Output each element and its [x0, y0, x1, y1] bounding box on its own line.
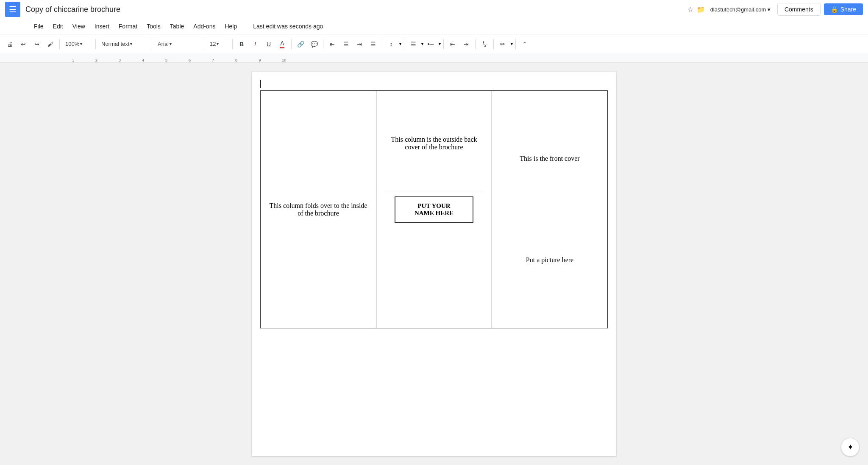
link-icon: 🔗 — [297, 41, 304, 48]
underline-button[interactable]: U — [262, 38, 275, 50]
menu-table[interactable]: Table — [166, 21, 188, 31]
paint-format-icon: 🖌 — [47, 41, 53, 48]
menu-tools[interactable]: Tools — [142, 21, 165, 31]
toolbar-divider-4 — [204, 39, 204, 49]
app-menu-button[interactable]: ☰ — [5, 2, 20, 17]
col3-bottom-text: Put a picture here — [526, 256, 573, 264]
user-account[interactable]: dlastutech@gmail.com ▾ — [710, 6, 771, 13]
print-icon: 🖨 — [7, 41, 13, 48]
name-box[interactable]: PUT YOUR NAME HERE — [395, 196, 473, 223]
menu-file[interactable]: File — [30, 21, 48, 31]
undo-icon: ↩ — [21, 41, 26, 48]
menu-format[interactable]: Format — [114, 21, 142, 31]
document-title: Copy of chiccarine brochure — [25, 5, 687, 14]
undo-button[interactable]: ↩ — [17, 38, 30, 50]
share-button[interactable]: 🔒 Share — [824, 3, 863, 15]
align-left-button[interactable]: ⇤ — [326, 38, 339, 50]
toolbar-divider-13 — [515, 39, 516, 49]
toolbar-divider-1 — [59, 39, 60, 49]
menu-addons[interactable]: Add-ons — [189, 21, 220, 31]
font-dropdown-arrow: ▾ — [170, 42, 172, 46]
align-right-button[interactable]: ⇥ — [353, 38, 366, 50]
name-line2: NAME HERE — [406, 210, 462, 217]
bold-button[interactable]: B — [235, 38, 248, 50]
collapse-icon: ⌃ — [522, 41, 527, 48]
document-area[interactable]: This column folds over to the inside of … — [0, 63, 868, 465]
line-spacing-dropdown-arrow[interactable]: ▾ — [399, 42, 401, 46]
increase-indent-button[interactable]: ⇥ — [460, 38, 473, 50]
zoom-dropdown-arrow: ▾ — [80, 42, 82, 46]
formula-button[interactable]: fx — [478, 38, 491, 50]
toolbar-divider-12 — [493, 39, 494, 49]
toolbar-divider-9 — [404, 39, 404, 49]
pen-button[interactable]: ✏ — [496, 38, 509, 50]
hamburger-icon: ☰ — [9, 4, 17, 14]
numbered-list-icon: ☰ — [411, 41, 416, 48]
toolbar-divider-6 — [291, 39, 292, 49]
menu-insert[interactable]: Insert — [90, 21, 114, 31]
zoom-selector[interactable]: 100% ▾ — [62, 38, 93, 50]
toolbar-divider-7 — [323, 39, 323, 49]
menu-help[interactable]: Help — [220, 21, 241, 31]
italic-button[interactable]: I — [249, 38, 262, 50]
align-center-icon: ☰ — [343, 41, 349, 48]
brochure-column-2[interactable]: This column is the outside back cover of… — [376, 91, 492, 328]
print-button[interactable]: 🖨 — [3, 38, 16, 50]
name-line1: PUT YOUR — [406, 202, 462, 210]
align-left-icon: ⇤ — [330, 41, 335, 48]
paragraph-style-selector[interactable]: Normal text ▾ — [98, 38, 149, 50]
brochure-column-3[interactable]: This is the front cover Put a picture he… — [492, 91, 608, 328]
last-edit-status: Last edit was seconds ago — [249, 21, 327, 31]
toolbar-divider-11 — [475, 39, 476, 49]
size-dropdown-arrow: ▾ — [217, 42, 219, 46]
smart-compose-icon: ✦ — [847, 443, 854, 452]
lock-icon: 🔒 — [831, 6, 838, 13]
bulleted-list-button[interactable]: •─ — [424, 38, 437, 50]
redo-icon: ↪ — [34, 41, 39, 48]
document-page: This column folds over to the inside of … — [252, 72, 616, 456]
increase-indent-icon: ⇥ — [464, 41, 469, 48]
pen-dropdown-arrow[interactable]: ▾ — [511, 42, 513, 46]
comment-icon: 💬 — [311, 41, 318, 48]
collapse-toolbar-button[interactable]: ⌃ — [518, 38, 531, 50]
font-selector[interactable]: Arial ▾ — [155, 38, 201, 50]
text-cursor — [260, 80, 261, 88]
style-dropdown-arrow: ▾ — [130, 42, 132, 46]
toolbar-divider-8 — [382, 39, 382, 49]
align-justify-icon: ☰ — [370, 41, 376, 48]
bulleted-list-icon: •─ — [428, 41, 434, 48]
toolbar-divider-5 — [232, 39, 233, 49]
ruler: 1 2 3 4 5 6 7 8 9 10 — [0, 53, 868, 63]
toolbar-divider-3 — [152, 39, 152, 49]
brochure-column-1[interactable]: This column folds over to the inside of … — [261, 91, 376, 328]
star-icon[interactable]: ☆ — [687, 6, 693, 14]
numbered-list-button[interactable]: ☰ — [407, 38, 420, 50]
line-spacing-button[interactable]: ↕ — [385, 38, 398, 50]
folder-icon[interactable]: 📁 — [697, 6, 705, 14]
font-size-selector[interactable]: 12 ▾ — [207, 38, 230, 50]
font-color-icon: A — [280, 40, 284, 48]
menu-edit[interactable]: Edit — [49, 21, 67, 31]
col2-text: This column is the outside back cover of… — [385, 136, 483, 151]
comment-button[interactable]: 💬 — [308, 38, 320, 50]
bulleted-list-arrow[interactable]: ▾ — [439, 42, 441, 46]
align-center-button[interactable]: ☰ — [339, 38, 352, 50]
paint-format-button[interactable]: 🖌 — [44, 38, 57, 50]
menu-view[interactable]: View — [68, 21, 89, 31]
brochure-table: This column folds over to the inside of … — [260, 90, 608, 328]
comments-button[interactable]: Comments — [777, 3, 821, 16]
smart-compose-button[interactable]: ✦ — [841, 438, 860, 457]
link-button[interactable]: 🔗 — [294, 38, 307, 50]
col3-top-text: This is the front cover — [520, 155, 579, 162]
col1-text: This column folds over to the inside of … — [269, 202, 367, 217]
line-spacing-icon: ↕ — [390, 41, 393, 48]
numbered-list-arrow[interactable]: ▾ — [421, 42, 423, 46]
align-justify-button[interactable]: ☰ — [367, 38, 379, 50]
align-right-icon: ⇥ — [357, 41, 362, 48]
font-color-button[interactable]: A — [276, 38, 289, 50]
decrease-indent-icon: ⇤ — [450, 41, 455, 48]
decrease-indent-button[interactable]: ⇤ — [446, 38, 459, 50]
toolbar-divider-10 — [443, 39, 444, 49]
pen-icon: ✏ — [500, 41, 505, 48]
redo-button[interactable]: ↪ — [31, 38, 43, 50]
